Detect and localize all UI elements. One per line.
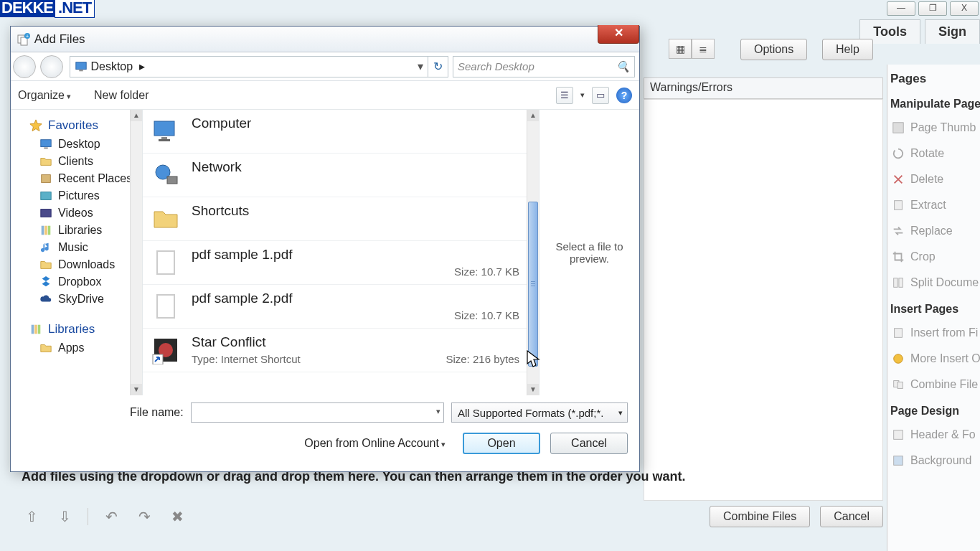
tree-clients[interactable]: Clients <box>11 153 142 170</box>
tree-dropbox[interactable]: Dropbox <box>11 273 142 291</box>
dropbox-icon <box>39 276 52 288</box>
favorites-group[interactable]: Favorites <box>11 116 142 136</box>
combine-toolbar: ⇧ ⇩ ↶ ↷ ✖ Combine Files Cancel <box>22 502 883 531</box>
monitor-icon <box>39 138 52 151</box>
scroll-thumb[interactable] <box>528 202 538 367</box>
maximize-button[interactable]: ❐ <box>918 1 947 16</box>
svg-marker-16 <box>30 120 42 131</box>
filename-input[interactable]: ▾ <box>191 402 444 423</box>
svg-rect-26 <box>34 325 37 334</box>
breadcrumb[interactable]: Desktop ▸ ▾ <box>70 56 428 77</box>
file-item-pdf2[interactable]: pdf sample 2.pdfSize: 10.7 KB <box>143 285 527 329</box>
tree-recent-places[interactable]: Recent Places <box>11 170 142 187</box>
nav-forward-button[interactable] <box>40 55 63 78</box>
tree-libraries[interactable]: Libraries <box>11 222 142 239</box>
svg-rect-17 <box>41 140 51 147</box>
cancel-button[interactable]: Cancel <box>550 433 628 454</box>
move-up-button[interactable]: ⇧ <box>22 507 42 527</box>
libraries-group[interactable]: Libraries <box>11 319 142 339</box>
split-document-item[interactable]: Split Docume <box>887 270 980 296</box>
new-folder-button[interactable]: New folder <box>94 89 149 102</box>
move-down-button[interactable]: ⇩ <box>55 507 75 527</box>
remove-button[interactable]: ✖ <box>167 507 187 527</box>
replace-item[interactable]: Replace <box>887 218 980 244</box>
rotate-item[interactable]: Rotate <box>887 141 980 166</box>
dialog-body: Favorites Desktop Clients Recent Places … <box>11 110 639 395</box>
folder-icon <box>39 155 52 168</box>
folder-icon <box>150 203 182 235</box>
tree-scrollbar[interactable]: ▲▼ <box>130 110 142 395</box>
svg-rect-7 <box>897 382 903 388</box>
tree-desktop[interactable]: Desktop <box>11 136 142 153</box>
tree-pictures[interactable]: Pictures <box>11 187 142 204</box>
header-footer-item[interactable]: Header & Fo <box>887 422 980 448</box>
svg-rect-24 <box>48 226 51 235</box>
background-item[interactable]: Background <box>887 448 980 474</box>
scroll-down-icon[interactable]: ▼ <box>527 384 539 395</box>
refresh-button[interactable]: ↻ <box>428 56 448 77</box>
preview-pane-button[interactable]: ▭ <box>592 87 609 104</box>
file-item-network[interactable]: Network <box>143 154 527 197</box>
svg-rect-4 <box>895 329 903 338</box>
help-icon[interactable]: ? <box>616 88 632 103</box>
combine-files-item[interactable]: Combine File <box>887 372 980 397</box>
chevron-down-icon[interactable]: ▾ <box>436 407 440 416</box>
tree-videos[interactable]: Videos <box>11 204 142 222</box>
insert-from-file-item[interactable]: Insert from Fi <box>887 320 980 346</box>
svg-rect-14 <box>76 62 86 69</box>
crop-item[interactable]: Crop <box>887 244 980 270</box>
nav-back-button[interactable] <box>13 55 36 78</box>
shortcut-icon <box>150 334 182 366</box>
app-close-button[interactable]: X <box>950 1 979 16</box>
chevron-down-icon[interactable]: ▾ <box>618 408 623 418</box>
file-type-filter[interactable]: All Supported Formats (*.pdf;*.▾ <box>451 402 628 423</box>
organize-menu[interactable]: Organize <box>18 89 71 102</box>
tree-downloads[interactable]: Downloads <box>11 256 142 273</box>
open-online-account-menu[interactable]: Open from Online Account <box>304 437 446 450</box>
delete-item[interactable]: Delete <box>887 166 980 192</box>
undo-button[interactable]: ↶ <box>101 507 121 527</box>
breadcrumb-dropdown-icon[interactable]: ▾ <box>418 60 423 73</box>
help-button[interactable]: Help <box>822 39 873 60</box>
file-item-pdf1[interactable]: pdf sample 1.pdfSize: 10.7 KB <box>143 241 527 285</box>
svg-rect-28 <box>154 121 174 136</box>
search-input[interactable]: Search Desktop 🔍 <box>453 56 635 77</box>
search-placeholder: Search Desktop <box>458 60 534 72</box>
dialog-close-button[interactable]: ✕ <box>598 25 639 44</box>
file-item-computer[interactable]: Computer <box>143 110 527 154</box>
file-item-shortcuts[interactable]: Shortcuts <box>143 197 527 241</box>
svg-rect-23 <box>44 226 47 235</box>
extract-item[interactable]: Extract <box>887 192 980 218</box>
more-insert-item[interactable]: More Insert O <box>887 346 980 372</box>
view-mode-button[interactable]: ☰ <box>556 87 573 104</box>
scroll-up-icon[interactable]: ▲ <box>527 110 539 121</box>
combine-cancel-button[interactable]: Cancel <box>820 506 883 527</box>
app-tabs: Tools Sign <box>859 20 980 43</box>
view-mode-drop-icon[interactable]: ▾ <box>580 90 585 100</box>
svg-rect-27 <box>38 325 41 334</box>
tree-music[interactable]: Music <box>11 239 142 256</box>
redo-button[interactable]: ↷ <box>134 507 154 527</box>
tab-sign[interactable]: Sign <box>925 19 980 44</box>
page-thumbnails-item[interactable]: Page Thumb <box>887 115 980 141</box>
svg-rect-33 <box>157 251 174 274</box>
pages-heading: Pages <box>887 67 980 90</box>
dialog-titlebar[interactable]: + Add Files ✕ <box>11 27 639 52</box>
open-button[interactable]: Open <box>463 433 540 454</box>
file-list[interactable]: Computer Network Shortcuts pdf sample 1.… <box>143 110 527 395</box>
tree-apps[interactable]: Apps <box>11 339 142 357</box>
manipulate-pages-heading: Manipulate Pages <box>887 90 980 115</box>
folder-icon <box>39 258 52 271</box>
options-button[interactable]: Options <box>740 39 807 60</box>
tree-skydrive[interactable]: SkyDrive <box>11 291 142 308</box>
thumbnail-view-button[interactable]: ▦ <box>669 39 692 59</box>
insert-pages-heading: Insert Pages <box>887 296 980 320</box>
minimize-button[interactable]: — <box>887 1 915 16</box>
svg-rect-8 <box>894 430 903 440</box>
combine-files-button[interactable]: Combine Files <box>710 506 810 527</box>
file-item-star-conflict[interactable]: Star ConflictType: Internet ShortcutSize… <box>143 329 527 372</box>
dialog-footer: File name: ▾ All Supported Formats (*.pd… <box>11 395 639 461</box>
list-view-button[interactable]: ≣ <box>692 39 715 59</box>
star-icon <box>29 119 42 132</box>
svg-point-5 <box>894 354 903 364</box>
